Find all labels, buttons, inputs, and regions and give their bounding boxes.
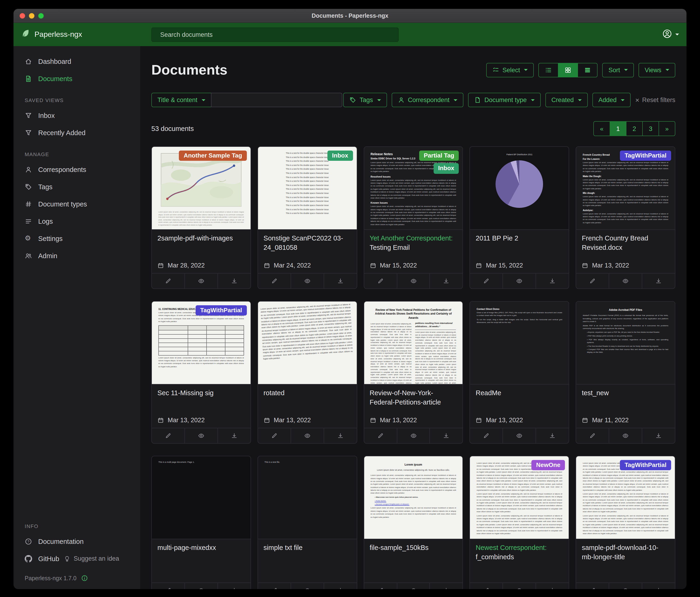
sidebar-item-suggest-idea[interactable]: Suggest an idea [64, 555, 119, 562]
document-card[interactable]: Lorem ipsum dolor sit amet, consectetur … [151, 146, 251, 289]
document-card[interactable]: Lorem ipsum dolor sit amet, consectetur … [470, 456, 569, 589]
sidebar-item-admin[interactable]: Admin [14, 247, 140, 264]
view-document-button[interactable] [184, 273, 218, 288]
document-thumbnail[interactable]: This is a multi page document. Page 1. [152, 456, 251, 539]
sidebar-item-documentation[interactable]: ? Documentation [14, 533, 140, 550]
document-card[interactable]: French Country BreadFor the Leaven:Lorem… [576, 146, 675, 289]
document-title[interactable]: Sonstige ScanPC2022 03-24_081058 [264, 234, 351, 252]
document-card[interactable]: Lorem ipsum dolor sit amet, consectetur … [257, 301, 357, 444]
download-document-button[interactable] [536, 583, 569, 589]
views-button[interactable]: Views [639, 63, 675, 77]
sort-button[interactable]: Sort [602, 63, 634, 77]
tag-badge[interactable]: Inbox [327, 150, 353, 161]
view-document-button[interactable] [503, 273, 536, 288]
document-thumbnail[interactable]: Patient BP Distribution 2011 [470, 147, 569, 230]
grid-view-button[interactable] [558, 63, 578, 77]
edit-document-button[interactable] [364, 273, 397, 288]
document-title[interactable]: sample-pdf-download-10-mb-longer-title [582, 543, 669, 562]
edit-document-button[interactable] [152, 583, 184, 589]
download-document-button[interactable] [218, 428, 251, 443]
document-title[interactable]: test_new [582, 389, 669, 398]
download-document-button[interactable] [536, 273, 569, 288]
document-title[interactable]: rotated [264, 389, 351, 398]
document-thumbnail[interactable]: Lorem ipsum dolor sit amet, consectetur … [576, 456, 675, 539]
list-view-button[interactable] [539, 63, 559, 77]
correspondent-filter-button[interactable]: Correspondent [392, 93, 464, 107]
edit-document-button[interactable] [258, 583, 291, 589]
document-thumbnail[interactable]: Adobe Acrobat PDF FilesAdobe® Portable D… [576, 302, 675, 384]
download-document-button[interactable] [323, 273, 356, 288]
document-title[interactable]: simple txt file [264, 543, 351, 552]
download-document-button[interactable] [218, 273, 251, 288]
document-card[interactable]: Patient BP Distribution 2011 2011 BP Pie… [470, 146, 569, 289]
tag-badge[interactable]: TagWithPartial [620, 150, 671, 161]
download-document-button[interactable] [218, 583, 251, 589]
edit-document-button[interactable] [576, 273, 609, 288]
sidebar-item-inbox[interactable]: Inbox [14, 107, 140, 124]
tag-badge[interactable]: Partial Tag [419, 150, 459, 161]
document-thumbnail[interactable]: Lorem ipsum dolor sit amet, consectetur … [470, 456, 569, 539]
document-title[interactable]: Newest Correspondent: f_combineds [476, 543, 563, 562]
edit-document-button[interactable] [576, 583, 609, 589]
document-card[interactable]: Release NotesSimba ODBC Driver for SQL S… [364, 146, 463, 289]
view-document-button[interactable] [291, 583, 323, 589]
document-card[interactable]: Lorem ipsumLorem ipsum dolor sit amet, c… [364, 456, 463, 589]
window-zoom-button[interactable] [38, 13, 44, 18]
download-document-button[interactable] [430, 428, 463, 443]
edit-document-button[interactable] [258, 428, 291, 443]
download-document-button[interactable] [430, 273, 463, 288]
info-circle-icon[interactable] [81, 575, 88, 582]
edit-document-button[interactable] [470, 428, 503, 443]
download-document-button[interactable] [430, 583, 463, 589]
sidebar-item-documents[interactable]: Documents [14, 70, 140, 87]
document-card[interactable]: This is a multi page document. Page 1. m… [151, 456, 251, 589]
pagination-page-button[interactable]: 3 [642, 121, 659, 136]
created-filter-button[interactable]: Created [545, 93, 588, 107]
sidebar-item-recently-added[interactable]: Recently Added [14, 124, 140, 141]
download-document-button[interactable] [323, 583, 356, 589]
document-thumbnail[interactable]: Release NotesSimba ODBC Driver for SQL S… [364, 147, 463, 230]
document-thumbnail[interactable]: This is a test for the double space char… [258, 147, 357, 230]
user-menu[interactable] [662, 29, 679, 40]
edit-document-button[interactable] [576, 428, 609, 443]
document-correspondent[interactable]: Newest Correspondent: [476, 544, 547, 551]
view-document-button[interactable] [184, 583, 218, 589]
download-document-button[interactable] [323, 428, 356, 443]
document-thumbnail[interactable]: Review of New York Federal Petitions for… [364, 302, 463, 384]
view-document-button[interactable] [291, 428, 323, 443]
window-minimize-button[interactable] [29, 13, 34, 18]
document-type-filter-button[interactable]: Document type [468, 93, 541, 107]
document-thumbnail[interactable]: Lorem ipsumLorem ipsum dolor sit amet, c… [364, 456, 463, 539]
view-document-button[interactable] [397, 428, 430, 443]
select-button[interactable]: Select [486, 63, 534, 77]
added-filter-button[interactable]: Added [593, 93, 631, 107]
pagination-next-button[interactable]: » [658, 121, 675, 136]
edit-document-button[interactable] [364, 428, 397, 443]
global-search[interactable] [151, 27, 399, 42]
sidebar-item-logs[interactable]: Logs [14, 213, 140, 230]
view-document-button[interactable] [503, 428, 536, 443]
tag-badge[interactable]: TagWithPartial [620, 460, 671, 471]
pagination-page-button[interactable]: 2 [626, 121, 643, 136]
edit-document-button[interactable] [152, 428, 184, 443]
document-title[interactable]: 2sample-pdf-with-images [157, 234, 245, 243]
window-close-button[interactable] [20, 13, 25, 18]
document-title[interactable]: ReadMe [476, 389, 563, 398]
document-thumbnail[interactable]: This is a test file. [258, 456, 357, 539]
tag-badge[interactable]: Another Sample Tag [179, 150, 247, 161]
app-brand[interactable]: Paperless-ngx [21, 29, 148, 40]
sidebar-item-document-types[interactable]: Document types [14, 195, 140, 213]
document-correspondent[interactable]: Yet Another Correspondent: [370, 234, 453, 242]
search-input[interactable] [160, 31, 394, 38]
document-thumbnail[interactable]: Contact Sheet DemoGiven a set of image f… [470, 302, 569, 384]
document-card[interactable]: This is a test for the double space char… [257, 146, 357, 289]
document-title[interactable]: file-sample_150kBs [370, 543, 457, 552]
view-document-button[interactable] [397, 273, 430, 288]
document-title[interactable]: French Country Bread Revised.docx [582, 234, 669, 252]
pagination-page-button[interactable]: 1 [610, 121, 626, 136]
document-card[interactable]: Review of New York Federal Petitions for… [364, 301, 463, 444]
document-title[interactable]: 2011 BP Pie 2 [476, 234, 563, 243]
download-document-button[interactable] [642, 428, 675, 443]
filter-text-input[interactable] [211, 93, 342, 107]
edit-document-button[interactable] [470, 273, 503, 288]
